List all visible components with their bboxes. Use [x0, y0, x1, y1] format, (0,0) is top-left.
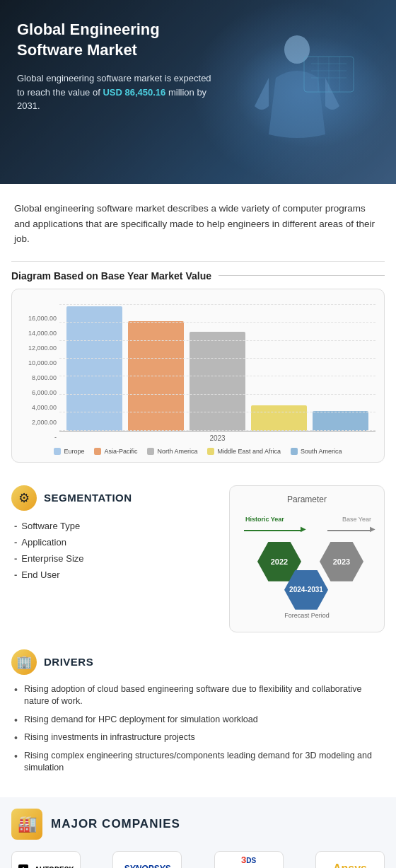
chart-area: - 2,000.00 4,000.00 6,000.00 8,000.00 10…: [21, 301, 375, 442]
chart-x-label: 2023: [209, 434, 225, 442]
intro-text: Global engineering software market descr…: [14, 201, 382, 247]
legend-dot-north-america: [147, 448, 154, 455]
driver-item-4-text: Rising complex engineering structures/co…: [24, 751, 372, 773]
bar-north-america: [190, 332, 245, 431]
hero-description: Global engineering software market is ex…: [17, 71, 215, 113]
y-label-1: 2,000.00: [21, 419, 59, 426]
legend-middle-east: Middle East and Africa: [207, 448, 281, 455]
base-year-arrow: [327, 530, 370, 531]
divider-1: [11, 261, 385, 262]
legend-dot-europe: [54, 448, 61, 455]
hero-highlight-value: USD 86,450.16: [103, 87, 165, 98]
seg-item-software-type-label: Software Type: [21, 521, 80, 531]
drivers-icon: 🏢: [11, 649, 37, 675]
forecast-period-label: Forecast Period: [284, 612, 330, 619]
chart-section: Diagram Based on Base Year Market Value …: [0, 265, 396, 474]
chart-title: Diagram Based on Base Year Market Value: [11, 270, 385, 282]
dassault-content: 3DS DASSAULT SYSTÈMES: [231, 855, 266, 868]
segmentation-header: ⚙ SEGMENTATION: [11, 485, 221, 511]
y-label-8: 16,000.00: [21, 315, 59, 322]
legend-europe: Europe: [54, 448, 84, 455]
historic-year-arrow: [244, 530, 301, 531]
companies-icon: 🏭: [11, 809, 42, 840]
legend-dot-asia-pacific: [94, 448, 101, 455]
legend-dot-middle-east: [207, 448, 214, 455]
parameter-panel: Parameter Historic Year Base Year 2022 2…: [229, 485, 385, 632]
hex-2023-label: 2023: [333, 557, 350, 566]
y-label-2: 4,000.00: [21, 404, 59, 411]
seg-item-enterprise-size-label: Enterprise Size: [21, 553, 83, 564]
driver-item-4: Rising complex engineering structures/co…: [14, 750, 385, 775]
segmentation-list: Software Type Application Enterprise Siz…: [11, 521, 221, 580]
segmentation-label: SEGMENTATION: [44, 492, 132, 504]
seg-item-end-user: End User: [14, 569, 221, 580]
legend-label-asia-pacific: Asia-Pacific: [104, 448, 137, 455]
autodesk-icon: A: [18, 864, 29, 868]
autodesk-name: A AUTODESK: [18, 862, 74, 868]
historic-year-label: Historic Year: [245, 516, 284, 523]
driver-item-2-text: Rising demand for HPC deployment for sim…: [24, 714, 258, 724]
base-year-label: Base Year: [342, 516, 371, 523]
drivers-list: Rising adoption of cloud based engineeri…: [11, 683, 385, 775]
hero-illustration: [233, 21, 361, 163]
parameter-title: Parameter: [237, 494, 377, 504]
drivers-section: 🏢 DRIVERS Rising adoption of cloud based…: [0, 644, 396, 792]
hero-image: [191, 0, 396, 184]
driver-item-3-text: Rising investments in infrastructure pro…: [24, 732, 195, 742]
svg-point-0: [284, 35, 310, 64]
dassault-logo: 3DS DASSAULT SYSTÈMES: [214, 851, 284, 868]
drivers-header: 🏢 DRIVERS: [11, 649, 385, 675]
autodesk-logo: A AUTODESK: [11, 851, 81, 868]
legend-asia-pacific: Asia-Pacific: [94, 448, 137, 455]
y-label-4: 8,000.00: [21, 374, 59, 381]
legend-label-europe: Europe: [64, 448, 84, 455]
legend-dot-south-america: [291, 448, 298, 455]
y-label-6: 12,000.00: [21, 345, 59, 352]
seg-item-application-label: Application: [21, 537, 66, 548]
dassault-text: 3DS DASSAULT SYSTÈMES: [231, 855, 266, 868]
companies-header: 🏭 MAJOR COMPANIES: [11, 809, 385, 840]
chart-container: - 2,000.00 4,000.00 6,000.00 8,000.00 10…: [11, 289, 385, 463]
bar-europe: [66, 306, 122, 431]
segmentation-panel: ⚙ SEGMENTATION Software Type Application…: [11, 485, 221, 586]
chart-y-labels: - 2,000.00 4,000.00 6,000.00 8,000.00 10…: [21, 315, 59, 442]
y-label-0: -: [21, 434, 59, 441]
seg-item-software-type: Software Type: [14, 521, 221, 531]
seg-item-end-user-label: End User: [21, 569, 59, 580]
synopsys-logo: SYNOPSYS: [112, 851, 182, 868]
y-label-7: 14,000.00: [21, 330, 59, 337]
companies-label: MAJOR COMPANIES: [51, 817, 180, 831]
hero-content: Global Engineering Software Market Globa…: [17, 20, 215, 113]
parameter-diagram: Historic Year Base Year 2022 2023 2024-2…: [237, 510, 377, 623]
hex-2023: 2023: [320, 542, 363, 581]
hero-section: Global Engineering Software Market Globa…: [0, 0, 396, 184]
companies-logos: A AUTODESK SYNOPSYS 3DS DASSAULT SYSTÈME…: [11, 851, 385, 868]
legend-north-america: North America: [147, 448, 197, 455]
driver-item-1: Rising adoption of cloud based engineeri…: [14, 683, 385, 708]
chart-bars-area: 2023: [59, 304, 375, 442]
bar-middle-east: [251, 405, 307, 431]
chart-legend: Europe Asia-Pacific North America Middle…: [21, 448, 375, 455]
driver-item-1-text: Rising adoption of cloud based engineeri…: [24, 684, 361, 707]
legend-south-america: South America: [291, 448, 342, 455]
grid-line-1: [59, 304, 375, 305]
bar-south-america: [313, 411, 368, 431]
bar-asia-pacific: [128, 321, 184, 431]
ansys-logo: Ansys: [315, 851, 385, 868]
legend-label-middle-east: Middle East and Africa: [217, 448, 281, 455]
seg-item-application: Application: [14, 537, 221, 548]
y-label-5: 10,000.00: [21, 359, 59, 366]
svg-text:A: A: [21, 866, 26, 868]
seg-item-enterprise-size: Enterprise Size: [14, 553, 221, 564]
major-companies-section: 🏭 MAJOR COMPANIES A AUTODESK SYNOPSYS 3D…: [0, 797, 396, 868]
chart-bars: [59, 304, 375, 432]
ansys-text: Ansys: [333, 862, 367, 868]
driver-item-3: Rising investments in infrastructure pro…: [14, 731, 385, 744]
segmentation-parameter-row: ⚙ SEGMENTATION Software Type Application…: [0, 474, 396, 644]
hex-2022-label: 2022: [271, 557, 288, 566]
hex-forecast-label: 2024-2031: [289, 586, 323, 594]
segmentation-icon: ⚙: [11, 485, 37, 511]
intro-section: Global engineering software market descr…: [0, 184, 396, 258]
legend-label-south-america: South America: [301, 448, 342, 455]
hero-title: Global Engineering Software Market: [17, 20, 215, 60]
